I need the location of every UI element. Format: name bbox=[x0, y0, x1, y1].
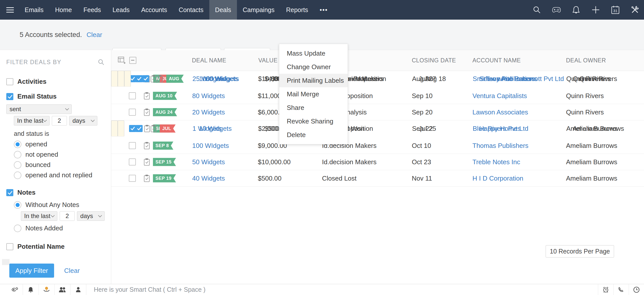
alarm-icon[interactable] bbox=[598, 284, 613, 295]
table-row[interactable]: JUL 18 10 Widgets $5000.00 Closed Won Ju… bbox=[118, 120, 124, 137]
deal-name-link[interactable]: 40 Widgets bbox=[192, 175, 225, 182]
column-customize-icon[interactable] bbox=[118, 56, 126, 64]
radio-opened-not-replied[interactable]: opened and not replied bbox=[14, 171, 105, 179]
records-per-page-select[interactable]: 10 Records Per Page bbox=[546, 245, 614, 258]
header-account-name[interactable]: ACCOUNT NAME bbox=[472, 57, 521, 64]
deal-name-link[interactable]: 80 Widgets bbox=[192, 92, 225, 100]
task-clipboard-icon[interactable] bbox=[150, 125, 157, 133]
row-checkbox[interactable] bbox=[136, 75, 143, 82]
header-closing-date[interactable]: CLOSING DATE bbox=[412, 57, 456, 64]
phone-icon[interactable] bbox=[613, 284, 629, 295]
chat-settings-icon[interactable] bbox=[7, 284, 23, 295]
email-count-input[interactable] bbox=[52, 116, 67, 125]
table-row[interactable]: SEP 15 50 Widgets $10,000.00 Id.decision… bbox=[111, 154, 644, 170]
bell-icon[interactable] bbox=[572, 6, 581, 14]
smart-chat-input[interactable] bbox=[93, 286, 598, 293]
account-name-link[interactable]: Ventura Capitalists bbox=[472, 92, 527, 100]
row-checkbox[interactable] bbox=[129, 125, 136, 132]
nav-item-accounts[interactable]: Accounts bbox=[135, 0, 173, 20]
table-row[interactable]: JUL 22 1000 Widgets $4,000.00 Id.decisio… bbox=[118, 71, 124, 87]
assistant-icon[interactable] bbox=[39, 284, 55, 295]
table-row[interactable]: SEP 2 1 Widgets $2,000.00 Value Proposit… bbox=[111, 120, 118, 137]
account-name-link[interactable]: Happy Homes bbox=[479, 125, 521, 133]
row-checkbox[interactable] bbox=[129, 109, 136, 116]
notes-checkbox[interactable] bbox=[6, 189, 13, 196]
filter-search-icon[interactable] bbox=[98, 59, 105, 66]
table-row[interactable]: SEP 19 40 Widgets $500.00 Closed Lost No… bbox=[111, 170, 644, 187]
menu-item-change-owner[interactable]: Change Owner bbox=[279, 60, 348, 74]
task-clipboard-icon[interactable] bbox=[143, 92, 150, 100]
email-unit-select[interactable]: days bbox=[69, 116, 97, 125]
filter-activities[interactable]: Activities bbox=[6, 78, 105, 86]
radio-bounced[interactable]: bounced bbox=[14, 161, 105, 169]
notes-count-input[interactable] bbox=[60, 211, 75, 221]
row-checkbox[interactable] bbox=[129, 142, 136, 149]
plus-icon[interactable] bbox=[591, 6, 600, 14]
row-checkbox[interactable] bbox=[136, 125, 143, 132]
task-clipboard-icon[interactable] bbox=[143, 108, 150, 116]
deal-name-link[interactable]: 20 Widgets bbox=[192, 108, 225, 116]
select-all-checkbox[interactable] bbox=[129, 57, 136, 64]
hamburger-menu-icon[interactable] bbox=[6, 6, 14, 14]
task-clipboard-icon[interactable] bbox=[157, 75, 164, 83]
email-status-checkbox[interactable] bbox=[6, 93, 13, 100]
row-checkbox[interactable] bbox=[142, 75, 149, 82]
task-clipboard-icon[interactable] bbox=[143, 158, 150, 166]
deal-name-link[interactable]: 100 WIdgets bbox=[192, 142, 229, 150]
table-row[interactable]: AUG 4 60 Widgets $8,000.00 Value Proposi… bbox=[124, 71, 131, 87]
tools-icon[interactable] bbox=[630, 6, 639, 14]
email-status-type-select[interactable]: sent bbox=[6, 104, 72, 114]
menu-item-print-mailing-labels[interactable]: Print Mailing Labels bbox=[279, 74, 348, 87]
notifications-bell-icon[interactable] bbox=[23, 284, 39, 295]
contacts-icon[interactable] bbox=[55, 284, 70, 295]
header-deal-name[interactable]: DEAL NAME bbox=[192, 57, 226, 64]
table-row[interactable]: AUG 10 80 Widgets $11,000.00 Value Propo… bbox=[111, 88, 644, 104]
menu-item-share[interactable]: Share bbox=[279, 101, 348, 114]
menu-item-mass-update[interactable]: Mass Update bbox=[279, 47, 348, 60]
nav-item-emails[interactable]: Emails bbox=[19, 0, 49, 20]
table-row[interactable]: AUG 12 25 Widgets $10,000.00 Id.decision… bbox=[111, 71, 118, 87]
filter-notes[interactable]: Notes bbox=[6, 189, 105, 196]
account-name-link[interactable]: H I D Corporation bbox=[472, 175, 523, 182]
apply-filter-button[interactable]: Apply Filter bbox=[9, 264, 54, 278]
nav-item-contacts[interactable]: Contacts bbox=[173, 0, 209, 20]
nav-item-campaings[interactable]: Campaings bbox=[237, 0, 280, 20]
deal-name-link[interactable]: 10 Widgets bbox=[199, 125, 232, 133]
menu-item-revoke-sharing[interactable]: Revoke Sharing bbox=[279, 114, 348, 128]
row-checkbox[interactable] bbox=[129, 175, 136, 182]
potential-name-checkbox[interactable] bbox=[6, 243, 13, 250]
activities-checkbox[interactable] bbox=[6, 78, 13, 85]
account-name-link[interactable]: Tony And Presscott Pvt Ltd bbox=[486, 75, 564, 83]
menu-item-delete[interactable]: Delete bbox=[279, 128, 348, 142]
email-range-select[interactable]: In the last bbox=[14, 116, 50, 125]
profile-icon[interactable] bbox=[70, 284, 86, 295]
filter-clear-link[interactable]: Clear bbox=[64, 264, 80, 278]
calendar-icon[interactable]: 31 bbox=[611, 6, 620, 14]
header-value[interactable]: VALUE bbox=[258, 57, 277, 64]
account-name-link[interactable]: Lawson Associates bbox=[472, 108, 528, 116]
deal-name-link[interactable]: 50 Widgets bbox=[192, 158, 225, 166]
nav-item-home[interactable]: Home bbox=[49, 0, 78, 20]
task-clipboard-icon[interactable] bbox=[150, 75, 157, 83]
radio-notes-added[interactable]: Notes Added bbox=[14, 224, 105, 232]
menu-item-mail-merge[interactable]: Mail Merge bbox=[279, 87, 348, 101]
radio-opened[interactable]: opened bbox=[14, 140, 105, 148]
nav-item-leads[interactable]: Leads bbox=[107, 0, 135, 20]
account-name-link[interactable]: Thomas Publishers bbox=[472, 142, 529, 150]
table-row[interactable]: AUG 24 20 Widgets $6,000.00 Needs Analys… bbox=[111, 104, 644, 120]
search-icon[interactable] bbox=[532, 6, 541, 14]
radio-not-opened[interactable]: not opened bbox=[14, 151, 105, 158]
notes-range-select[interactable]: In the last bbox=[21, 211, 57, 221]
table-row[interactable]: SEP 8 100 WIdgets $9,000.00 Id.decision … bbox=[111, 138, 644, 154]
header-deal-owner[interactable]: DEAL OWNER bbox=[566, 57, 606, 64]
deal-name-link[interactable]: 60 Widgets bbox=[206, 75, 238, 83]
radio-without-notes[interactable]: Without Any Notes bbox=[14, 201, 105, 209]
task-clipboard-icon[interactable] bbox=[143, 175, 150, 182]
filter-potential-name[interactable]: Potential Name bbox=[6, 243, 105, 250]
filter-email-status[interactable]: Email Status bbox=[6, 93, 105, 100]
task-clipboard-icon[interactable] bbox=[144, 125, 150, 133]
nav-more-icon[interactable]: ••• bbox=[314, 6, 334, 14]
nav-item-feeds[interactable]: Feeds bbox=[78, 0, 107, 20]
account-name-link[interactable]: Treble Notes Inc bbox=[472, 158, 520, 166]
task-clipboard-icon[interactable] bbox=[143, 142, 150, 150]
